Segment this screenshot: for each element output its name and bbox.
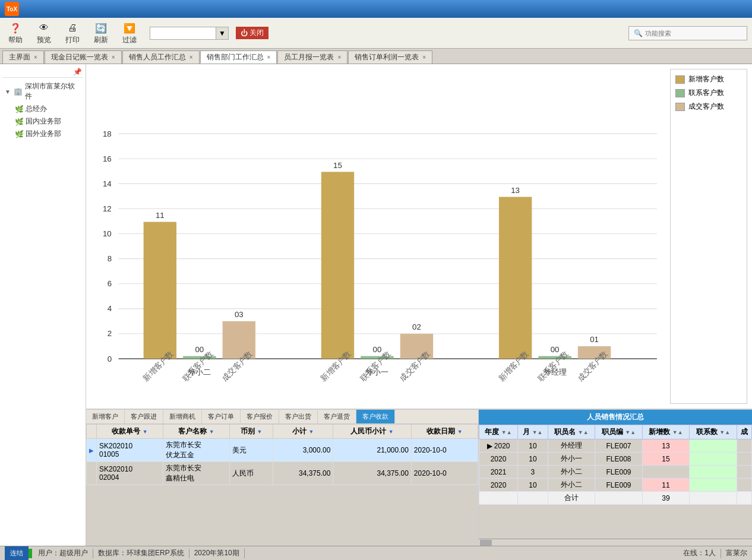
svg-text:4: 4 xyxy=(108,304,112,313)
tab-cash[interactable]: 现金日记账一览表 × xyxy=(45,50,122,64)
company-icon: 🏢 xyxy=(14,87,23,96)
total-year xyxy=(479,492,518,505)
summary-col-year[interactable]: 年度 ▼▲ xyxy=(479,425,518,439)
status-bar: 连结 用户：超级用户 数据库：环球集团ERP系统 2020年第10期 在线：1人… xyxy=(0,546,752,560)
sidebar-item-general[interactable]: 🌿 总经办 xyxy=(2,103,83,115)
code-sort-icon[interactable]: ▼▲ xyxy=(625,429,636,435)
bottom-left-panel: 新增客户 客户跟进 新增商机 客户订单 客户报价 客户出货 客户退货 客户收款 xyxy=(86,410,479,546)
sidebar-item-foreign[interactable]: 🌿 国外业务部 xyxy=(2,128,83,140)
summary-row[interactable]: ▶ 2020 10 外经理 FLE007 13 xyxy=(479,439,752,453)
tab-salesperson[interactable]: 销售人员工作汇总 × xyxy=(122,50,200,64)
tab-empmonth[interactable]: 员工月报一览表 × xyxy=(277,50,347,64)
cell-new: 15 xyxy=(642,453,690,466)
svg-text:03: 03 xyxy=(235,310,244,319)
legend-item-contact: 联系客户数 xyxy=(675,88,742,98)
cell-code: FLE009 xyxy=(595,466,643,479)
subtab-delivery[interactable]: 客户出货 xyxy=(279,410,318,423)
col-no[interactable]: 收款单号 ▼ xyxy=(97,425,163,439)
subtab-quote[interactable]: 客户报价 xyxy=(241,410,279,423)
hscroll-thumb[interactable] xyxy=(480,540,492,546)
total-deal xyxy=(737,492,751,505)
tab-dept[interactable]: 销售部门工作汇总 × xyxy=(200,50,277,64)
col-currency-filter[interactable]: ▼ xyxy=(257,429,262,435)
help-icon: ❓ xyxy=(8,21,23,35)
cell-customer: 东莞市长安 伏龙五金 xyxy=(163,439,230,462)
col-subtotal-filter[interactable]: ▼ xyxy=(309,429,314,435)
refresh-button[interactable]: 🔄 刷新 xyxy=(90,20,112,46)
tab-dept-close[interactable]: × xyxy=(267,54,271,61)
summary-col-new[interactable]: 新增数 ▼▲ xyxy=(642,425,690,439)
cell-new xyxy=(642,466,690,479)
col-customer[interactable]: 客户名称 ▼ xyxy=(163,425,230,439)
close-button[interactable]: ⏻ 关闭 xyxy=(236,27,268,39)
subtab-follow[interactable]: 客户跟进 xyxy=(125,410,163,423)
cell-year: 2020 xyxy=(479,453,518,466)
year-sort-icon[interactable]: ▼▲ xyxy=(501,429,512,435)
col-customer-filter[interactable]: ▼ xyxy=(209,429,214,435)
sidebar-item-company[interactable]: ▼ 🏢 深圳市富莱尔软件 xyxy=(2,80,83,103)
preview-icon: 👁 xyxy=(37,21,51,35)
subtab-order[interactable]: 客户订单 xyxy=(202,410,241,423)
cell-subtotal: 34,375.00 xyxy=(273,462,333,485)
cell-no: SK202010 01005 xyxy=(97,439,163,462)
print-icon: 🖨 xyxy=(65,21,80,35)
subtab-payment[interactable]: 客户收款 xyxy=(356,410,395,423)
subtab-new-opportunity[interactable]: 新增商机 xyxy=(163,410,202,423)
summary-col-month[interactable]: 月 ▼▲ xyxy=(518,425,548,439)
tab-cash-close[interactable]: × xyxy=(112,54,115,61)
col-currency[interactable]: 币别 ▼ xyxy=(230,425,273,439)
new-sort-icon[interactable]: ▼▲ xyxy=(672,429,683,435)
cell-name: 外小二 xyxy=(548,466,595,479)
col-date[interactable]: 收款日期 ▼ xyxy=(411,425,478,439)
summary-col-name[interactable]: 职员名 ▼▲ xyxy=(548,425,595,439)
tab-salesperson-close[interactable]: × xyxy=(189,54,193,61)
print-button[interactable]: 🖨 打印 xyxy=(62,20,83,46)
col-cny-filter[interactable]: ▼ xyxy=(388,429,394,435)
func-search-icon: 🔍 xyxy=(634,29,643,37)
filter-button[interactable]: 🔽 过滤 xyxy=(119,20,140,46)
search-input[interactable] xyxy=(150,30,216,37)
sidebar-pin-icon[interactable]: 📌 xyxy=(73,68,82,76)
summary-row[interactable]: 2021 3 外小二 FLE009 xyxy=(479,466,752,479)
bottom-right-panel: 人员销售情况汇总 年度 ▼▲ 月 ▼▲ xyxy=(479,410,752,546)
chart-legend: 新增客户数 联系客户数 成交客户数 xyxy=(670,69,747,404)
preview-button[interactable]: 👁 预览 xyxy=(33,20,55,46)
name-sort-icon[interactable]: ▼▲ xyxy=(578,429,589,435)
col-date-filter[interactable]: ▼ xyxy=(457,429,463,435)
summary-hscroll[interactable] xyxy=(479,539,752,546)
svg-text:18: 18 xyxy=(103,129,112,138)
bar-group2-new xyxy=(321,172,354,359)
subtab-new-customer[interactable]: 新增客户 xyxy=(86,410,125,423)
sidebar-item-domestic[interactable]: 🌿 国内业务部 xyxy=(2,115,83,128)
total-month xyxy=(518,492,548,505)
table-row[interactable]: ▶ SK202010 01005 东莞市长安 伏龙五金 美元 xyxy=(87,439,478,462)
tab-orderprofit-close[interactable]: × xyxy=(422,54,426,61)
func-search-box[interactable]: 🔍 xyxy=(628,26,747,40)
subtab-return[interactable]: 客户退货 xyxy=(318,410,356,423)
col-no-filter[interactable]: ▼ xyxy=(143,429,148,435)
summary-row[interactable]: 2020 10 外小一 FLE008 15 xyxy=(479,453,752,466)
col-subtotal[interactable]: 小计 ▼ xyxy=(273,425,333,439)
table-row[interactable]: SK202010 02004 东莞市长安 鑫精仕电 人民币 34,375.00 … xyxy=(87,462,478,485)
svg-text:联系客户数: 联系客户数 xyxy=(536,349,570,383)
func-search-input[interactable] xyxy=(645,30,734,37)
cell-contact xyxy=(690,439,737,453)
summary-row[interactable]: 2020 10 外小二 FLE009 11 xyxy=(479,479,752,492)
cell-month: 10 xyxy=(518,453,548,466)
col-cny[interactable]: 人民币小计 ▼ xyxy=(333,425,412,439)
status-db: 数据库：环球集团ERP系统 xyxy=(98,548,184,558)
contact-sort-icon[interactable]: ▼▲ xyxy=(719,429,730,435)
month-sort-icon[interactable]: ▼▲ xyxy=(532,429,543,435)
cell-deal xyxy=(737,453,751,466)
sidebar: 📌 ▼ 🏢 深圳市富莱尔软件 🌿 总经办 🌿 国内业务部 🌿 国外业务部 xyxy=(0,64,86,546)
tab-empmonth-close[interactable]: × xyxy=(337,54,341,61)
summary-col-code[interactable]: 职员编 ▼▲ xyxy=(595,425,643,439)
search-dropdown[interactable]: ▼ xyxy=(216,27,228,39)
tab-home[interactable]: 主界面 × xyxy=(2,50,44,64)
title-bar: ToX xyxy=(0,0,752,18)
summary-col-deal[interactable]: 成 xyxy=(737,425,751,439)
status-div4 xyxy=(721,549,721,558)
help-button[interactable]: ❓ 帮助 xyxy=(5,20,26,46)
summary-col-contact[interactable]: 联系数 ▼▲ xyxy=(690,425,737,439)
tab-orderprofit[interactable]: 销售订单利润一览表 × xyxy=(348,50,432,64)
